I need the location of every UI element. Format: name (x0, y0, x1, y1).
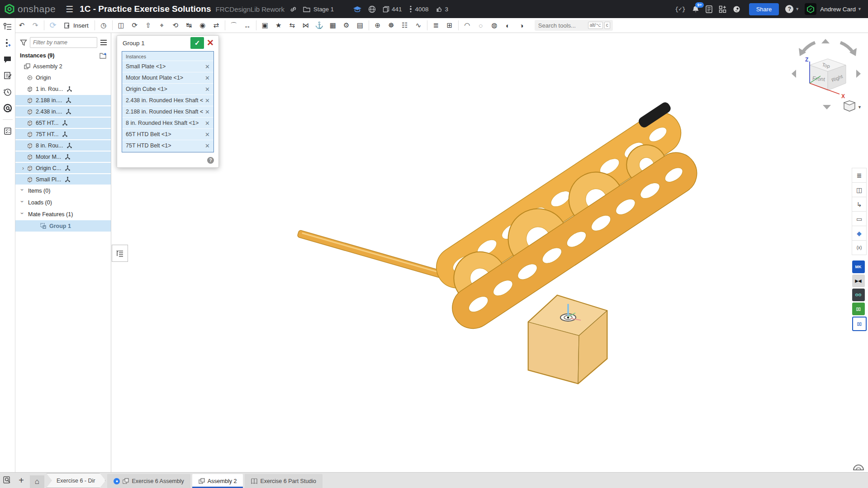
mate-icon[interactable]: ◷ (97, 19, 110, 31)
remove-instance-icon[interactable]: ✕ (203, 109, 210, 115)
dialog-instance-row[interactable]: 2.188 in. Rounded Hex Shaft <... ✕ (122, 106, 213, 117)
named-positions-icon[interactable]: ◐ (501, 19, 515, 31)
rotate-ccw-arrow[interactable] (802, 43, 815, 52)
bom-icon[interactable]: ≣ (429, 19, 443, 31)
dialog-instance-row[interactable]: Origin Cube <1> ✕ (122, 83, 213, 95)
group-icon[interactable]: ▣ (258, 19, 272, 31)
mate-connector-icon[interactable] (66, 97, 71, 103)
remove-instance-icon[interactable]: ✕ (203, 75, 210, 81)
help-menu[interactable]: ? ▼ (785, 5, 799, 13)
mkcad-app-icon[interactable]: MK (852, 261, 865, 273)
snapshot-icon[interactable]: ◍ (488, 19, 501, 31)
tangent-mate-icon[interactable]: ⌒ (227, 19, 241, 31)
chevron-right-icon[interactable]: › (20, 165, 26, 171)
mate-connector-icon[interactable] (62, 120, 68, 126)
butterfly-app-icon[interactable]: ▶◀ (852, 275, 865, 287)
dialog-instance-row[interactable]: 75T HTD Belt <1> ✕ (122, 140, 213, 151)
tree-item[interactable]: › Motor M... (15, 151, 111, 162)
exploded-cube-icon[interactable]: ◫ (852, 182, 867, 197)
mate-connector-icon[interactable] (62, 131, 68, 137)
learning-center-icon[interactable] (353, 6, 362, 13)
versions-icon[interactable] (3, 38, 13, 48)
mate-connector-icon[interactable] (66, 109, 71, 114)
comments-icon[interactable] (3, 54, 13, 64)
origin-cube-part[interactable] (528, 295, 607, 384)
confirm-button[interactable]: ✓ (190, 37, 204, 49)
dialog-help-icon[interactable]: ? (207, 157, 214, 164)
notifications-bell-icon[interactable]: 9+ (692, 5, 699, 13)
pin-slot-mate-icon[interactable]: ↹ (182, 19, 196, 31)
cancel-button[interactable]: ✕ (204, 37, 216, 49)
edit-notes-icon[interactable] (3, 71, 13, 81)
tree-item[interactable]: › Origin C... (15, 162, 111, 174)
rotate-left-arrow[interactable] (792, 70, 796, 78)
mate-connector-icon[interactable] (65, 154, 71, 160)
mate-connector-icon[interactable] (66, 86, 72, 92)
view-options-dropdown[interactable]: ▼ (844, 101, 862, 111)
insert-item-icon[interactable]: ⊞ (443, 19, 456, 31)
sync-icon[interactable]: ⟳ (46, 19, 60, 31)
fix-icon[interactable]: ⚓ (313, 19, 326, 31)
favorites-icon[interactable]: ★ (272, 19, 285, 31)
undo-icon[interactable]: ↶ (15, 19, 28, 31)
forks-stat[interactable]: 4008 (409, 5, 428, 13)
collapse-panel-button[interactable] (112, 245, 128, 262)
element-tab[interactable]: Exercise 6 - Dir (46, 473, 105, 488)
tree-item[interactable]: › 2.438 in.... (15, 106, 111, 117)
add-tab-button[interactable]: + (15, 473, 27, 488)
tree-item[interactable]: › 75T HT... (15, 128, 111, 140)
blue-book-app-icon[interactable]: ▯▯ (852, 317, 867, 331)
filter-icon[interactable] (20, 39, 27, 46)
dialog-instance-row[interactable]: 2.438 in. Rounded Hex Shaft <... ✕ (122, 95, 213, 106)
tree-item[interactable]: › 65T HT... (15, 117, 111, 128)
remove-instance-icon[interactable]: ✕ (203, 63, 210, 70)
user-name[interactable]: Andrew Card (820, 6, 856, 13)
settings-gear-icon[interactable]: ☸ (384, 19, 398, 31)
rotate-cw-arrow[interactable] (840, 43, 853, 52)
belt-relation-icon[interactable]: ∿ (412, 19, 425, 31)
workspace-name[interactable]: Stage 1 (313, 6, 334, 13)
exploded-view-icon[interactable]: ◌ (474, 19, 488, 31)
onshape-logo[interactable]: onshape (5, 4, 56, 14)
mate-connector-icon[interactable] (65, 176, 71, 182)
remove-instance-icon[interactable]: ✕ (203, 131, 210, 138)
tree-item[interactable]: › Small Pl... (15, 174, 111, 185)
derived-part-icon[interactable]: ↳ (852, 197, 867, 212)
dialog-instance-row[interactable]: 65T HTD Belt <1> ✕ (122, 128, 213, 140)
new-folder-icon[interactable] (100, 52, 107, 59)
robot-app-icon[interactable]: ʘʘ (852, 289, 865, 301)
dialog-instance-row[interactable]: Motor Mount Plate <1> ✕ (122, 72, 213, 83)
redo-icon[interactable]: ↷ (28, 19, 42, 31)
apps-grid-icon[interactable] (719, 5, 726, 13)
documents-home-button[interactable]: ⌂ (30, 475, 44, 488)
filter-input[interactable] (30, 37, 97, 48)
tasks-list-icon[interactable] (706, 5, 712, 13)
link-icon[interactable] (290, 6, 297, 13)
replace-instance-icon[interactable]: ⇆ (285, 19, 299, 31)
tree-item[interactable]: › 2.188 in.... (15, 95, 111, 106)
mate-feature-group-row[interactable]: Group 1 (15, 220, 111, 232)
folder-icon[interactable] (303, 6, 310, 12)
hex-shaft-part[interactable] (297, 230, 451, 280)
green-book-app-icon[interactable]: ▯▯ (852, 303, 865, 315)
cylindrical-mate-icon[interactable]: ⟲ (169, 19, 182, 31)
rotate-up-arrow[interactable] (821, 39, 830, 43)
view-cube[interactable]: Top Front Right Z X ▼ (786, 36, 868, 117)
fastened-mate-icon[interactable]: ◫ (114, 19, 128, 31)
rack-relation-icon[interactable]: ☷ (398, 19, 412, 31)
list-view-icon[interactable] (100, 39, 107, 46)
named-views-icon[interactable]: ▤ (353, 19, 367, 31)
likes-stat[interactable]: 3 (436, 6, 449, 13)
slider-mate-icon[interactable]: ⇧ (142, 19, 155, 31)
measure-icon[interactable]: ◠ (460, 19, 474, 31)
revolute-mate-icon[interactable]: ⟳ (128, 19, 142, 31)
instances-selection-box[interactable]: Instances Small Plate <1> ✕ Motor Mount … (122, 51, 214, 152)
rotate-right-arrow[interactable] (856, 70, 861, 78)
search-tools[interactable]: alt/⌥ c (535, 20, 613, 31)
tree-item[interactable]: › Assembly 2 (15, 61, 111, 72)
mate-connector-icon[interactable] (65, 165, 71, 171)
gear-relation-icon[interactable]: ⚙ (340, 19, 353, 31)
display-states-icon[interactable]: ◑ (515, 19, 528, 31)
share-button[interactable]: Share (749, 3, 779, 15)
menu-icon[interactable]: ☰ (66, 4, 73, 14)
